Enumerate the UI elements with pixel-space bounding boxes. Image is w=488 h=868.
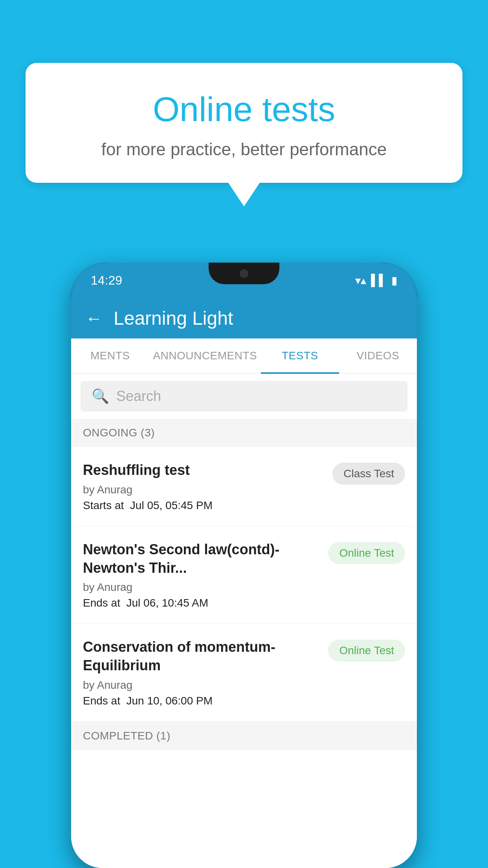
- app-header: ← Learning Light: [71, 298, 417, 338]
- phone-notch: [209, 263, 279, 284]
- phone-frame: 14:29 ▾▴ ▌▌ ▮ ← Learning Light MENTS ANN…: [71, 263, 417, 868]
- test-item-3[interactable]: Conservation of momentum-Equilibrium by …: [71, 624, 417, 722]
- bubble-title: Online tests: [57, 90, 431, 129]
- test-time-3: Ends at Jun 10, 06:00 PM: [83, 695, 320, 707]
- test-info-1: Reshuffling test by Anurag Starts at Jul…: [83, 461, 332, 512]
- tab-ments[interactable]: MENTS: [71, 338, 149, 373]
- completed-section-header: COMPLETED (1): [71, 722, 417, 750]
- ongoing-section-header: ONGOING (3): [71, 419, 417, 447]
- test-name-1: Reshuffling test: [83, 461, 325, 480]
- tab-videos[interactable]: VIDEOS: [339, 338, 417, 373]
- test-name-2: Newton's Second law(contd)-Newton's Thir…: [83, 541, 320, 577]
- status-bar: 14:29 ▾▴ ▌▌ ▮: [71, 263, 417, 298]
- test-author-1: by Anurag: [83, 484, 325, 496]
- speech-bubble-container: Online tests for more practice, better p…: [26, 63, 462, 206]
- status-time: 14:29: [91, 273, 122, 288]
- test-time-1: Starts at Jul 05, 05:45 PM: [83, 499, 325, 512]
- test-time-value-2: Jul 06, 10:45 AM: [127, 597, 209, 609]
- back-button[interactable]: ←: [85, 309, 103, 328]
- search-input[interactable]: Search: [116, 388, 161, 405]
- speech-bubble: Online tests for more practice, better p…: [26, 63, 462, 183]
- test-info-3: Conservation of momentum-Equilibrium by …: [83, 638, 328, 707]
- bubble-subtitle: for more practice, better performance: [57, 140, 431, 159]
- test-badge-2: Online Test: [328, 542, 405, 564]
- test-name-3: Conservation of momentum-Equilibrium: [83, 638, 320, 675]
- camera: [240, 269, 248, 278]
- test-badge-3: Online Test: [328, 640, 405, 662]
- battery-icon: ▮: [391, 274, 397, 287]
- content-area: 🔍 Search ONGOING (3) Reshuffling test by…: [71, 374, 417, 868]
- test-time-label-2: Ends at: [83, 597, 120, 609]
- test-author-3: by Anurag: [83, 679, 320, 691]
- search-icon: 🔍: [92, 388, 109, 405]
- tab-tests[interactable]: TESTS: [261, 338, 339, 373]
- test-badge-1: Class Test: [332, 463, 405, 485]
- test-time-value-1: Jul 05, 05:45 PM: [130, 499, 213, 511]
- test-author-2: by Anurag: [83, 581, 320, 594]
- test-time-label-1: Starts at: [83, 499, 124, 511]
- search-bar[interactable]: 🔍 Search: [81, 381, 407, 412]
- app-title: Learning Light: [114, 307, 233, 329]
- bubble-arrow: [228, 183, 260, 206]
- test-time-value-3: Jun 10, 06:00 PM: [127, 695, 213, 707]
- test-list: Reshuffling test by Anurag Starts at Jul…: [71, 447, 417, 868]
- search-bar-container: 🔍 Search: [71, 374, 417, 419]
- wifi-icon: ▾▴: [355, 274, 366, 287]
- tab-announcements[interactable]: ANNOUNCEMENTS: [149, 338, 261, 373]
- tabs-bar: MENTS ANNOUNCEMENTS TESTS VIDEOS: [71, 338, 417, 374]
- test-item-1[interactable]: Reshuffling test by Anurag Starts at Jul…: [71, 447, 417, 526]
- test-time-2: Ends at Jul 06, 10:45 AM: [83, 597, 320, 609]
- signal-icon: ▌▌: [371, 274, 387, 287]
- test-item-2[interactable]: Newton's Second law(contd)-Newton's Thir…: [71, 526, 417, 624]
- test-time-label-3: Ends at: [83, 695, 120, 707]
- status-icons: ▾▴ ▌▌ ▮: [355, 274, 397, 287]
- test-info-2: Newton's Second law(contd)-Newton's Thir…: [83, 541, 328, 610]
